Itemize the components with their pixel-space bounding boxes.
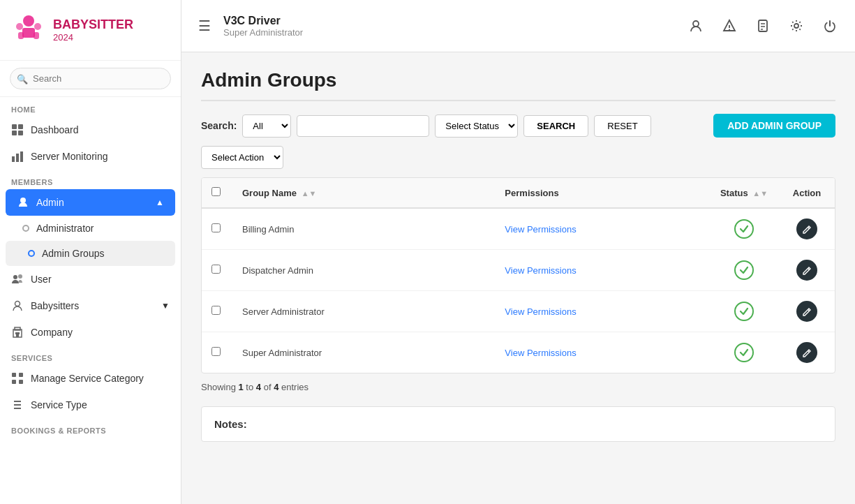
row-checkbox[interactable] [211, 223, 221, 232]
showing-total: 4 [274, 382, 278, 392]
sub-dot-active-icon [28, 250, 35, 257]
select-all-checkbox[interactable] [211, 187, 221, 196]
svg-rect-21 [15, 327, 20, 330]
chevron-down-icon: ▼ [161, 301, 170, 311]
table-header-row: Group Name ▲▼ Permissions Status ▲▼ Acti… [202, 178, 835, 208]
people-icon [11, 273, 24, 286]
topbar-title: V3C Driver [223, 15, 675, 27]
svg-line-37 [808, 227, 809, 228]
search-bar: Search: All Select Status Active Inactiv… [201, 114, 835, 138]
settings-icon[interactable] [785, 15, 808, 37]
status-cell [709, 332, 779, 373]
status-sort-icon: ▲▼ [752, 189, 768, 198]
action-cell [779, 208, 835, 250]
row-checkbox-cell [202, 332, 232, 373]
svg-rect-1 [22, 28, 35, 38]
action-cell [779, 332, 835, 373]
group-name-cell: Server Administrator [232, 291, 495, 332]
grid-icon [11, 124, 24, 136]
brand-name: BABYSITTER [53, 17, 133, 33]
row-checkbox[interactable] [211, 265, 221, 274]
edit-button[interactable] [796, 260, 817, 281]
bulk-action-container: Select Action [201, 146, 835, 169]
section-members-label: MEMBERS [0, 170, 181, 189]
svg-point-14 [13, 275, 17, 279]
user-label: User [31, 274, 52, 285]
search-button[interactable]: SEARCH [523, 115, 588, 137]
building-icon [11, 326, 24, 339]
status-active-icon [734, 260, 754, 280]
edit-button[interactable] [796, 342, 817, 363]
person-outline-icon [11, 299, 24, 312]
sidebar: BABYSITTER 2024 🔍 HOME Dashboard Server … [0, 0, 181, 504]
reset-button[interactable]: RESET [594, 115, 650, 137]
table-row: Billing Admin View Permissions [202, 208, 835, 250]
user-profile-icon[interactable] [685, 15, 707, 37]
th-status[interactable]: Status ▲▼ [709, 178, 779, 208]
search-text-input[interactable] [297, 115, 429, 137]
permissions-cell: View Permissions [495, 250, 709, 291]
logo-icon [11, 13, 46, 47]
svg-rect-22 [12, 373, 16, 377]
row-checkbox[interactable] [211, 306, 221, 315]
svg-point-0 [23, 15, 34, 27]
row-checkbox-cell [202, 291, 232, 332]
content-area: Admin Groups Search: All Select Status A… [181, 52, 855, 504]
view-permissions-link[interactable]: View Permissions [505, 306, 576, 317]
sidebar-item-admin-groups[interactable]: Admin Groups [6, 241, 175, 266]
sidebar-item-service-type[interactable]: Service Type [0, 392, 181, 418]
permissions-cell: View Permissions [495, 208, 709, 250]
sidebar-item-babysitters[interactable]: Babysitters ▼ [0, 292, 181, 319]
sidebar-item-dashboard[interactable]: Dashboard [0, 117, 181, 143]
admin-label: Admin [36, 197, 64, 208]
status-select[interactable]: Select Status Active Inactive [435, 114, 518, 138]
svg-rect-24 [12, 380, 16, 384]
edit-button[interactable] [796, 301, 817, 322]
sidebar-item-manage-service-category[interactable]: Manage Service Category [0, 365, 181, 392]
edit-button[interactable] [796, 218, 817, 239]
company-label: Company [31, 327, 73, 338]
notes-title: Notes: [214, 418, 822, 430]
view-permissions-link[interactable]: View Permissions [505, 224, 576, 235]
admin-groups-table: Group Name ▲▼ Permissions Status ▲▼ Acti… [201, 177, 835, 373]
svg-rect-19 [17, 332, 20, 334]
table-row: Super Administrator View Permissions [202, 332, 835, 373]
svg-rect-8 [12, 131, 17, 135]
brand-year: 2024 [53, 32, 133, 43]
svg-rect-27 [14, 404, 21, 406]
notes-section: Notes: [201, 406, 835, 442]
search-category-select[interactable]: All [242, 114, 291, 138]
add-admin-group-button[interactable]: ADD ADMIN GROUP [713, 114, 835, 138]
sidebar-search-input[interactable] [10, 68, 171, 89]
person-icon [17, 196, 29, 209]
svg-rect-12 [20, 151, 23, 162]
manage-service-category-label: Manage Service Category [31, 373, 144, 384]
sidebar-item-company[interactable]: Company [0, 319, 181, 346]
power-icon[interactable] [819, 15, 841, 37]
grid-small-icon [11, 372, 24, 385]
babysitters-label: Babysitters [31, 300, 79, 311]
status-cell [709, 208, 779, 250]
svg-rect-2 [18, 32, 24, 39]
alert-icon[interactable] [718, 15, 741, 37]
row-checkbox-cell [202, 250, 232, 291]
view-permissions-link[interactable]: View Permissions [505, 265, 576, 276]
hamburger-button[interactable]: ☰ [195, 15, 214, 37]
section-bookings-label: BOOKINGS & REPORTS [0, 418, 181, 438]
table-row: Dispatcher Admin View Permissions [202, 250, 835, 291]
group-name-cell: Super Administrator [232, 332, 495, 373]
view-permissions-link[interactable]: View Permissions [505, 348, 576, 358]
row-checkbox[interactable] [211, 347, 221, 356]
th-group-name[interactable]: Group Name ▲▼ [232, 178, 495, 208]
svg-rect-7 [18, 124, 23, 129]
topbar-subtitle: Super Administrator [223, 27, 675, 38]
sidebar-item-admin[interactable]: Admin ▲ [6, 189, 175, 216]
sidebar-item-administrator[interactable]: Administrator [0, 216, 181, 241]
bulk-action-select[interactable]: Select Action [201, 146, 283, 169]
svg-point-36 [794, 24, 798, 28]
document-icon[interactable] [752, 15, 774, 37]
sidebar-item-server-monitoring[interactable]: Server Monitoring [0, 143, 181, 170]
administrator-label: Administrator [36, 223, 94, 234]
sidebar-item-user[interactable]: User [0, 266, 181, 292]
list-icon [11, 399, 24, 411]
